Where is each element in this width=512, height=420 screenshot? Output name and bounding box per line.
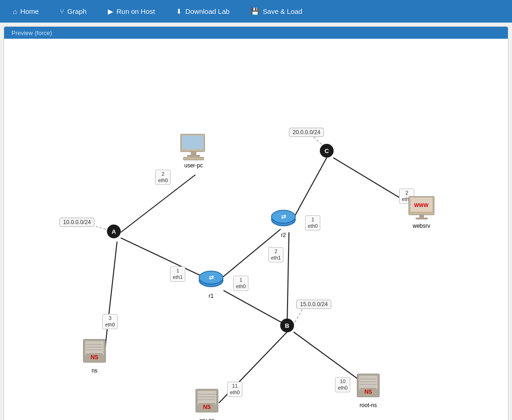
router-r1-icon: ⇄ bbox=[198, 267, 224, 294]
websrv-icon: WWW bbox=[406, 195, 436, 222]
net-label-15: 15.0.0.0/24 bbox=[296, 300, 331, 309]
net-label-10: 10.0.0.0/24 bbox=[59, 218, 94, 227]
node-C[interactable]: C bbox=[320, 144, 334, 158]
port-r1-eth0: 1 eth0 bbox=[233, 276, 248, 291]
graph-canvas: 10.0.0.0/24 20.0.0.0/24 15.0.0.0/24 2 et… bbox=[4, 39, 508, 420]
nav-download-lab[interactable]: ⬇ Download Lab bbox=[168, 5, 238, 18]
node-r2[interactable]: ⇄ r2 bbox=[270, 206, 297, 238]
svg-rect-44 bbox=[359, 376, 377, 390]
nav-save-load[interactable]: 💾 Save & Load bbox=[242, 5, 311, 18]
svg-rect-27 bbox=[419, 215, 424, 218]
nav-home[interactable]: ⌂ Home bbox=[5, 5, 47, 18]
node-websrv[interactable]: WWW websrv bbox=[406, 195, 436, 229]
home-icon: ⌂ bbox=[13, 7, 17, 15]
svg-line-5 bbox=[287, 232, 289, 325]
svg-line-4 bbox=[224, 290, 287, 325]
svg-text:NS: NS bbox=[203, 404, 211, 410]
preview-header: Preview(force) bbox=[4, 27, 508, 39]
port-b-srvns: 11 eth0 bbox=[227, 382, 242, 397]
node-root-ns[interactable]: NS root-ns bbox=[355, 373, 381, 408]
save-icon: 💾 bbox=[251, 7, 259, 16]
port-r2-eth1: 2 eth1 bbox=[268, 247, 283, 262]
navbar: ⌂ Home ⑂ Graph ▶ Run on Host ⬇ Download … bbox=[0, 0, 512, 23]
svg-rect-20 bbox=[182, 136, 203, 149]
pc-icon bbox=[177, 133, 210, 162]
port-b-rootns: 10 eth0 bbox=[335, 377, 350, 392]
svg-rect-37 bbox=[198, 391, 216, 405]
svg-text:NS: NS bbox=[365, 389, 372, 395]
srvns-server-icon: NS bbox=[194, 388, 220, 417]
net-label-20: 20.0.0.0/24 bbox=[289, 128, 324, 137]
run-icon: ▶ bbox=[108, 7, 113, 16]
download-icon: ⬇ bbox=[176, 7, 182, 16]
graph-svg bbox=[4, 39, 508, 420]
graph-icon: ⑂ bbox=[60, 7, 64, 15]
node-srv-ns[interactable]: NS srv-ns bbox=[194, 388, 220, 420]
svg-text:⇄: ⇄ bbox=[281, 213, 286, 220]
nav-run-on-host[interactable]: ▶ Run on Host bbox=[100, 5, 163, 18]
router-r2-icon: ⇄ bbox=[270, 206, 297, 233]
svg-text:WWW: WWW bbox=[414, 202, 429, 208]
node-r1[interactable]: ⇄ r1 bbox=[198, 267, 224, 299]
preview-panel: Preview(force) bbox=[4, 26, 508, 420]
svg-line-2 bbox=[105, 242, 117, 352]
node-B[interactable]: B bbox=[280, 319, 294, 332]
node-user-pc[interactable]: user-pc bbox=[177, 133, 210, 169]
node-A[interactable]: A bbox=[107, 225, 121, 238]
svg-line-6 bbox=[293, 158, 327, 220]
ns-server-icon: NS bbox=[82, 338, 107, 367]
svg-line-1 bbox=[121, 238, 211, 280]
svg-rect-28 bbox=[416, 218, 428, 219]
svg-rect-22 bbox=[187, 155, 200, 157]
rootns-server-icon: NS bbox=[355, 373, 381, 402]
nav-graph[interactable]: ⑂ Graph bbox=[52, 5, 95, 18]
port-r2-eth0: 1 eth0 bbox=[305, 215, 320, 231]
svg-rect-21 bbox=[191, 152, 196, 155]
port-a-ns: 3 eth0 bbox=[102, 314, 118, 329]
svg-text:NS: NS bbox=[91, 354, 99, 361]
svg-rect-23 bbox=[183, 157, 204, 160]
port-a-r1-a: 1 eth1 bbox=[170, 266, 185, 282]
svg-rect-30 bbox=[85, 341, 104, 355]
node-ns[interactable]: NS ns bbox=[82, 338, 107, 374]
svg-text:⇄: ⇄ bbox=[209, 274, 214, 281]
port-a-user: 2 eth0 bbox=[155, 170, 171, 185]
